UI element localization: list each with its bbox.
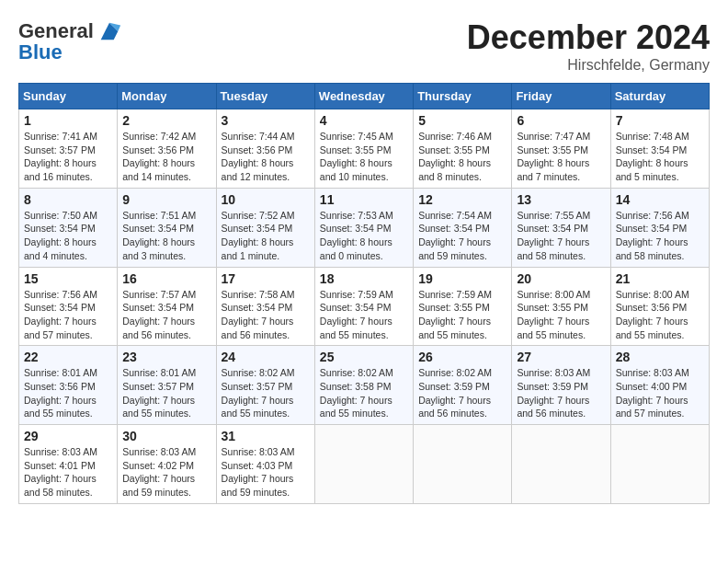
calendar-cell: 30Sunrise: 8:03 AMSunset: 4:02 PMDayligh… <box>118 425 216 504</box>
calendar-cell: 23Sunrise: 8:01 AMSunset: 3:57 PMDayligh… <box>118 346 216 425</box>
day-detail: Sunrise: 8:02 AMSunset: 3:58 PMDaylight:… <box>320 366 408 420</box>
day-number: 16 <box>122 271 210 286</box>
calendar-cell: 1Sunrise: 7:41 AMSunset: 3:57 PMDaylight… <box>19 109 118 189</box>
calendar-cell: 8Sunrise: 7:50 AMSunset: 3:54 PMDaylight… <box>19 188 118 267</box>
calendar-cell: 20Sunrise: 8:00 AMSunset: 3:55 PMDayligh… <box>512 267 610 346</box>
day-number: 9 <box>122 192 210 207</box>
day-detail: Sunrise: 8:00 AMSunset: 3:55 PMDaylight:… <box>517 288 605 342</box>
day-number: 15 <box>24 271 112 286</box>
day-detail: Sunrise: 7:56 AMSunset: 3:54 PMDaylight:… <box>616 209 704 263</box>
calendar-cell: 31Sunrise: 8:03 AMSunset: 4:03 PMDayligh… <box>216 425 314 504</box>
day-number: 13 <box>517 192 605 207</box>
page-header: General Blue December 2024 Hirschfelde, … <box>18 18 710 74</box>
calendar-cell: 19Sunrise: 7:59 AMSunset: 3:55 PMDayligh… <box>414 267 512 346</box>
calendar-cell: 24Sunrise: 8:02 AMSunset: 3:57 PMDayligh… <box>216 346 314 425</box>
calendar-cell: 16Sunrise: 7:57 AMSunset: 3:54 PMDayligh… <box>118 267 216 346</box>
day-detail: Sunrise: 7:44 AMSunset: 3:56 PMDaylight:… <box>222 130 310 184</box>
calendar-cell: 12Sunrise: 7:54 AMSunset: 3:54 PMDayligh… <box>414 188 512 267</box>
day-number: 29 <box>24 429 112 443</box>
day-number: 21 <box>616 271 704 286</box>
day-number: 26 <box>418 350 506 364</box>
day-number: 23 <box>122 350 210 364</box>
day-number: 17 <box>222 271 310 286</box>
day-number: 11 <box>320 192 408 207</box>
calendar-week-row: 15Sunrise: 7:56 AMSunset: 3:54 PMDayligh… <box>19 267 710 346</box>
day-detail: Sunrise: 7:45 AMSunset: 3:55 PMDaylight:… <box>320 130 408 184</box>
calendar-cell: 29Sunrise: 8:03 AMSunset: 4:01 PMDayligh… <box>19 425 118 504</box>
calendar-cell <box>414 425 512 504</box>
calendar-cell: 27Sunrise: 8:03 AMSunset: 3:59 PMDayligh… <box>512 346 610 425</box>
location: Hirschfelde, Germany <box>467 57 710 74</box>
day-number: 31 <box>222 429 310 443</box>
day-detail: Sunrise: 7:46 AMSunset: 3:55 PMDaylight:… <box>418 130 506 184</box>
day-number: 19 <box>418 271 506 286</box>
calendar-cell: 9Sunrise: 7:51 AMSunset: 3:54 PMDaylight… <box>118 188 216 267</box>
calendar-cell: 22Sunrise: 8:01 AMSunset: 3:56 PMDayligh… <box>19 346 118 425</box>
day-number: 22 <box>24 350 112 364</box>
calendar-cell: 18Sunrise: 7:59 AMSunset: 3:54 PMDayligh… <box>314 267 413 346</box>
calendar-table: SundayMondayTuesdayWednesdayThursdayFrid… <box>18 83 710 504</box>
day-number: 3 <box>222 113 310 128</box>
calendar-cell <box>314 425 413 504</box>
calendar-week-row: 22Sunrise: 8:01 AMSunset: 3:56 PMDayligh… <box>19 346 710 425</box>
day-detail: Sunrise: 8:01 AMSunset: 3:56 PMDaylight:… <box>24 366 112 420</box>
calendar-cell: 28Sunrise: 8:03 AMSunset: 4:00 PMDayligh… <box>610 346 709 425</box>
day-number: 4 <box>320 113 408 128</box>
day-number: 27 <box>517 350 605 364</box>
day-number: 12 <box>418 192 506 207</box>
calendar-cell: 3Sunrise: 7:44 AMSunset: 3:56 PMDaylight… <box>216 109 314 189</box>
day-detail: Sunrise: 7:47 AMSunset: 3:55 PMDaylight:… <box>517 130 605 184</box>
logo: General Blue <box>18 18 122 64</box>
day-number: 25 <box>320 350 408 364</box>
calendar-cell: 15Sunrise: 7:56 AMSunset: 3:54 PMDayligh… <box>19 267 118 346</box>
day-number: 14 <box>616 192 704 207</box>
header-day-friday: Friday <box>512 84 610 109</box>
calendar-cell: 26Sunrise: 8:02 AMSunset: 3:59 PMDayligh… <box>414 346 512 425</box>
calendar-cell: 11Sunrise: 7:53 AMSunset: 3:54 PMDayligh… <box>314 188 413 267</box>
calendar-cell: 21Sunrise: 8:00 AMSunset: 3:56 PMDayligh… <box>610 267 709 346</box>
day-detail: Sunrise: 8:02 AMSunset: 3:59 PMDaylight:… <box>418 366 506 420</box>
day-number: 20 <box>517 271 605 286</box>
calendar-week-row: 1Sunrise: 7:41 AMSunset: 3:57 PMDaylight… <box>19 109 710 189</box>
day-detail: Sunrise: 7:52 AMSunset: 3:54 PMDaylight:… <box>222 209 310 263</box>
calendar-cell: 14Sunrise: 7:56 AMSunset: 3:54 PMDayligh… <box>610 188 709 267</box>
day-number: 24 <box>222 350 310 364</box>
calendar-cell: 13Sunrise: 7:55 AMSunset: 3:54 PMDayligh… <box>512 188 610 267</box>
header-day-tuesday: Tuesday <box>216 84 314 109</box>
calendar-cell: 10Sunrise: 7:52 AMSunset: 3:54 PMDayligh… <box>216 188 314 267</box>
day-detail: Sunrise: 7:55 AMSunset: 3:54 PMDaylight:… <box>517 209 605 263</box>
header-day-saturday: Saturday <box>610 84 709 109</box>
day-number: 18 <box>320 271 408 286</box>
day-detail: Sunrise: 8:03 AMSunset: 4:01 PMDaylight:… <box>24 445 112 500</box>
day-number: 6 <box>517 113 605 128</box>
calendar-header-row: SundayMondayTuesdayWednesdayThursdayFrid… <box>19 84 710 109</box>
calendar-cell: 25Sunrise: 8:02 AMSunset: 3:58 PMDayligh… <box>314 346 413 425</box>
calendar-cell: 17Sunrise: 7:58 AMSunset: 3:54 PMDayligh… <box>216 267 314 346</box>
day-detail: Sunrise: 8:00 AMSunset: 3:56 PMDaylight:… <box>616 288 704 342</box>
day-number: 7 <box>616 113 704 128</box>
header-day-sunday: Sunday <box>19 84 118 109</box>
calendar-week-row: 8Sunrise: 7:50 AMSunset: 3:54 PMDaylight… <box>19 188 710 267</box>
calendar-cell <box>610 425 709 504</box>
day-number: 10 <box>222 192 310 207</box>
day-number: 28 <box>616 350 704 364</box>
day-detail: Sunrise: 8:01 AMSunset: 3:57 PMDaylight:… <box>122 366 210 420</box>
day-detail: Sunrise: 7:58 AMSunset: 3:54 PMDaylight:… <box>222 288 310 342</box>
calendar-cell <box>512 425 610 504</box>
calendar-body: 1Sunrise: 7:41 AMSunset: 3:57 PMDaylight… <box>19 109 710 504</box>
calendar-cell: 6Sunrise: 7:47 AMSunset: 3:55 PMDaylight… <box>512 109 610 189</box>
calendar-cell: 5Sunrise: 7:46 AMSunset: 3:55 PMDaylight… <box>414 109 512 189</box>
day-detail: Sunrise: 7:57 AMSunset: 3:54 PMDaylight:… <box>122 288 210 342</box>
day-number: 2 <box>122 113 210 128</box>
day-detail: Sunrise: 8:03 AMSunset: 4:02 PMDaylight:… <box>122 445 210 500</box>
day-number: 30 <box>122 429 210 443</box>
day-detail: Sunrise: 7:56 AMSunset: 3:54 PMDaylight:… <box>24 288 112 342</box>
header-day-monday: Monday <box>118 84 216 109</box>
day-detail: Sunrise: 7:50 AMSunset: 3:54 PMDaylight:… <box>24 209 112 263</box>
title-block: December 2024 Hirschfelde, Germany <box>467 18 710 74</box>
day-detail: Sunrise: 7:53 AMSunset: 3:54 PMDaylight:… <box>320 209 408 263</box>
calendar-week-row: 29Sunrise: 8:03 AMSunset: 4:01 PMDayligh… <box>19 425 710 504</box>
header-day-wednesday: Wednesday <box>314 84 413 109</box>
day-detail: Sunrise: 7:59 AMSunset: 3:54 PMDaylight:… <box>320 288 408 342</box>
calendar-cell: 2Sunrise: 7:42 AMSunset: 3:56 PMDaylight… <box>118 109 216 189</box>
